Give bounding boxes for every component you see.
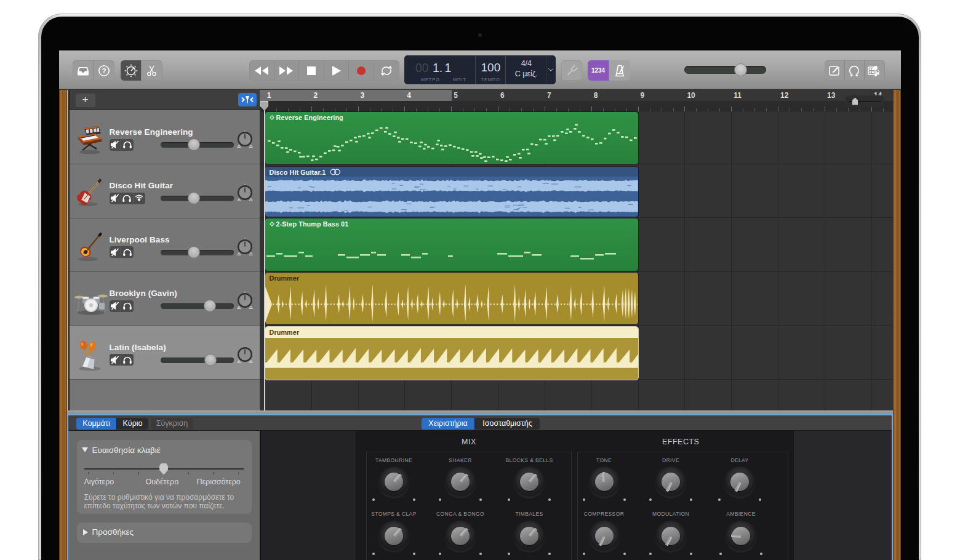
svg-text:?: ? xyxy=(102,67,106,74)
